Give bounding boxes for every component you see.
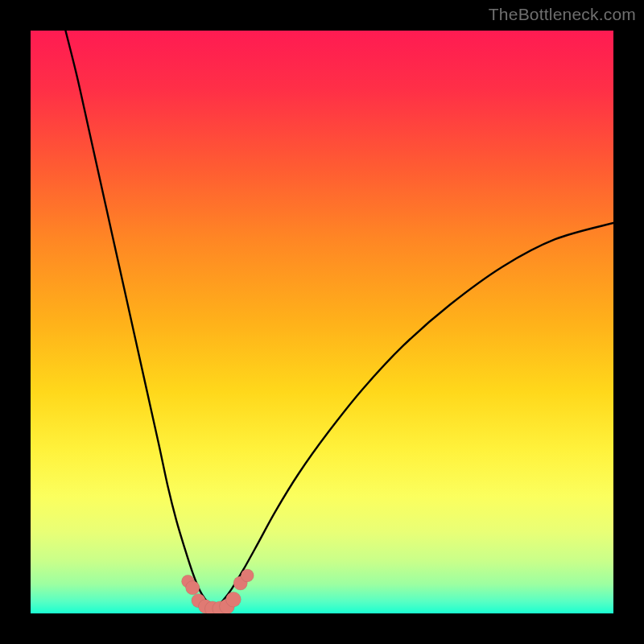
watermark-text: TheBottleneck.com: [489, 5, 636, 24]
chart-stage: TheBottleneck.com: [0, 0, 644, 644]
marker-dot: [241, 569, 254, 582]
marker-dot: [186, 580, 200, 594]
plot-area: [31, 31, 613, 613]
curve-left-branch: [65, 31, 216, 608]
marker-dot: [226, 592, 242, 607]
curve-right-branch: [216, 223, 613, 608]
marker-dots: [182, 569, 254, 613]
curve-layer: [31, 31, 613, 613]
